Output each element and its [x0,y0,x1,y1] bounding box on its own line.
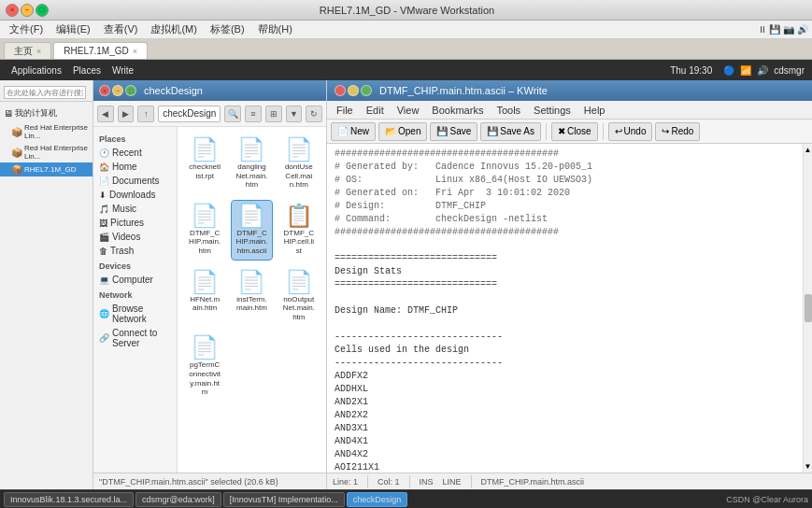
kwrite-menu-settings[interactable]: Settings [528,103,577,118]
code-area[interactable]: ########################################… [327,144,803,473]
fm-back-btn[interactable]: ◀ [97,106,114,122]
code-line-2: # OS: Linux x86_64(Host IO UEWSO3) [335,174,795,187]
trash-icon: 🗑 [99,247,107,256]
file-hfnet[interactable]: 📄 HFNet.main.htm [185,267,224,326]
kwrite-menu-edit[interactable]: Edit [361,103,390,118]
tree-item-computer[interactable]: 🖥 我的计算机 [0,106,93,121]
kwrite-undo-btn[interactable]: ↩ Undo [608,122,653,141]
tab-home-close[interactable]: × [36,47,41,56]
kwrite-new-btn[interactable]: 📄 New [331,122,376,141]
kwrite-saveas-btn[interactable]: 💾 Save As [480,122,541,141]
fm-refresh-btn[interactable]: ↻ [306,106,322,122]
fm-statusbar: "DTMF_CHIP.main.htm.ascii" selected (20.… [93,473,326,489]
file-nooutputnet[interactable]: 📄 noOutputNet.main.htm [279,267,319,326]
vm-screen: Applications Places Write Thu 19:30 🔵 📶 … [0,60,812,508]
vmware-minimize-btn[interactable]: − [21,4,34,17]
file-name-6: DTMF_CHIP.cell.list [283,229,315,256]
code-line-16: ------------------------------ [335,357,795,370]
home-icon: 🏠 [99,162,109,172]
file-instterm[interactable]: 📄 instTerm.main.htm [232,267,271,326]
kwrite-min-btn[interactable] [348,85,359,96]
kwrite-menu-tools[interactable]: Tools [491,103,526,118]
kwrite-open-btn[interactable]: 📂 Open [378,122,427,141]
vmware-menu-tabs[interactable]: 标签(B) [205,21,250,38]
fm-min-btn[interactable]: − [112,85,123,96]
places-music[interactable]: 🎵 Music [93,202,177,216]
vmware-maximize-btn[interactable]: □ [36,4,49,17]
scroll-thumb[interactable] [805,294,812,322]
vmware-menubar: 文件(F) 编辑(E) 查看(V) 虚拟机(M) 标签(B) 帮助(H) ⏸ 💾… [0,21,812,39]
fm-up-btn[interactable]: ↑ [137,106,154,122]
kwrite-menu-file[interactable]: File [331,103,359,118]
file-dontusecel[interactable]: 📄 dontUseCell.main.htm [279,134,319,193]
taskbar-item-innovustm[interactable]: [InnovusTM] Implementatio... [223,492,345,507]
code-line-3: # Generated on: Fri Apr 3 10:01:02 2020 [335,187,795,200]
vmware-menu-view[interactable]: 查看(V) [98,21,144,38]
tree-item-rhel2[interactable]: 📦 Red Hat Enterprise Lin... [0,142,93,162]
taskbar-item-cdsmgr[interactable]: cdsmgr@eda:work] [135,492,221,507]
gnome-write[interactable]: Write [108,65,137,76]
places-downloads[interactable]: ⬇ Downloads [93,188,177,202]
taskbar-item-innovus[interactable]: InnovusBlik.18.1.3.secured.la... [4,492,134,507]
file-pgtermconn[interactable]: 📄 pgTermConnectivity.main.htm [185,332,224,400]
fm-close-btn[interactable]: × [99,85,110,96]
file-dtmfchip[interactable]: 📄 DTMF_CHIP.main.htm [185,201,224,260]
music-icon: 🎵 [99,205,109,214]
kwrite-menu-bookmarks[interactable]: Bookmarks [426,103,489,118]
fm-options-btn[interactable]: ▼ [286,106,303,122]
file-checknetlist[interactable]: 📄 checknetlist.rpt [185,134,224,193]
kwrite-close-file-btn[interactable]: ✖ Close [551,122,598,141]
places-trash[interactable]: 🗑 Trash [93,244,177,258]
scroll-down-btn[interactable]: ▼ [805,462,812,471]
vmware-close-btn[interactable]: × [6,4,19,17]
code-line-17: ADDFX2 [335,370,795,383]
vmware-menu-file[interactable]: 文件(F) [4,21,49,38]
tab-home[interactable]: 主页 × [4,42,51,59]
vertical-scrollbar[interactable]: ▲ ▼ [803,144,812,473]
kwrite-title: DTMF_CHIP.main.htm.ascii – KWrite [379,85,548,96]
places-computer[interactable]: 💻 Computer [93,273,177,287]
kwrite-save-btn[interactable]: 💾 Save [430,122,477,141]
sidebar-search[interactable] [4,86,86,99]
gnome-clock: Thu 19:30 [670,65,712,76]
tab-rhel-close[interactable]: × [133,47,137,56]
fm-title: checkDesign [144,85,203,96]
tree-item-rhel-gd[interactable]: 📦 RHEL7.1M_GD [0,162,93,176]
vmware-menu-vm[interactable]: 虚拟机(M) [145,21,203,38]
taskbar-item-checkdesign[interactable]: checkDesign [347,492,408,507]
places-documents[interactable]: 📄 Documents [93,174,177,188]
kwrite-menu-view[interactable]: View [392,103,425,118]
vmware-menu-help[interactable]: 帮助(H) [252,21,298,38]
tab-rhel[interactable]: RHEL7.1M_GD × [53,42,148,59]
fm-max-btn[interactable]: □ [125,85,136,96]
places-connect-server[interactable]: 🔗 Connect to Server [93,326,177,350]
fm-path[interactable]: checkDesign [158,106,221,122]
devices-header: Devices [93,258,177,273]
saveas-icon: 💾 [487,126,498,136]
places-videos[interactable]: 🎬 Videos [93,230,177,244]
status-sep-2 [409,475,410,488]
places-recent[interactable]: 🕐 Recent [93,146,177,160]
scroll-up-btn[interactable]: ▲ [805,146,812,154]
places-pictures[interactable]: 🖼 Pictures [93,216,177,230]
kwrite-redo-btn[interactable]: ↪ Redo [655,122,700,141]
gnome-applications[interactable]: Applications [7,65,65,76]
places-browse-network[interactable]: 🌐 Browse Network [93,302,177,326]
fm-grid-view-btn[interactable]: ⊞ [265,106,282,122]
kwrite-toolbar: 📄 New 📂 Open 💾 Save 💾 Save As [327,120,812,144]
kwrite-max-btn[interactable] [361,85,372,96]
file-icon-8: 📄 [237,271,265,293]
vmware-menu-edit[interactable]: 编辑(E) [50,21,96,38]
computer-places-icon: 💻 [99,275,109,285]
kwrite-menu-help[interactable]: Help [578,103,611,118]
gnome-places[interactable]: Places [69,65,105,76]
fm-list-view-btn[interactable]: ≡ [245,106,262,122]
file-danglingnet[interactable]: 📄 danglingNet.main.htm [232,134,271,193]
fm-forward-btn[interactable]: ▶ [118,106,135,122]
tree-item-rhel1[interactable]: 📦 Red Hat Enterprise Lin... [0,121,93,142]
places-home[interactable]: 🏠 Home [93,160,177,174]
file-dtmfchip-cell[interactable]: 📋 DTMF_CHIP.cell.list [279,201,319,260]
kwrite-close-btn[interactable] [335,85,346,96]
file-dtmfchip-ascii[interactable]: 📄 DTMF_CHIP.main.htm.ascii [232,201,271,260]
fm-search-btn[interactable]: 🔍 [224,106,241,122]
